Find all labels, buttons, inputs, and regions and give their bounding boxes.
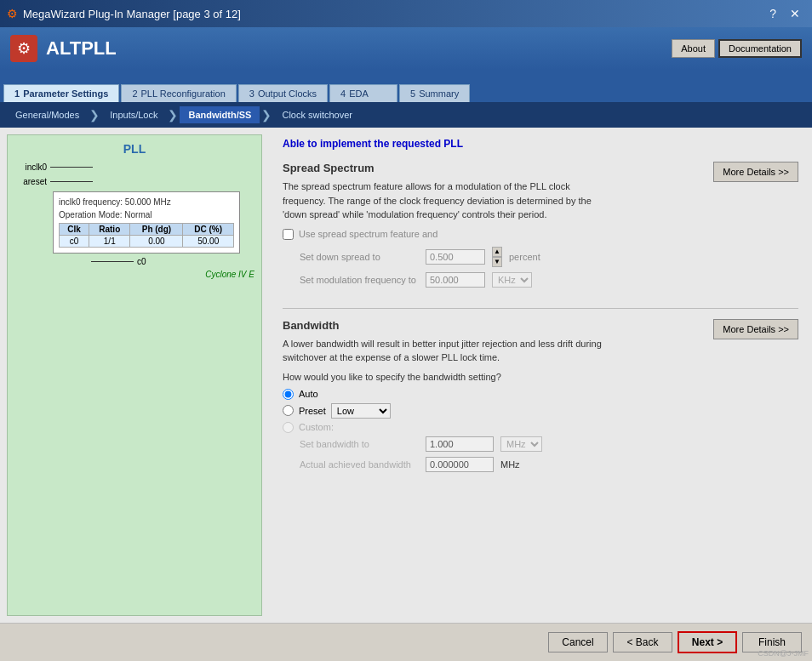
tab-pll-reconfig[interactable]: 2 PLL Reconfiguration xyxy=(121,84,236,102)
cell-ph: 0.00 xyxy=(130,236,183,248)
footer: Cancel < Back Next > Finish xyxy=(0,623,812,661)
crumb-general-modes[interactable]: General/Modes xyxy=(7,106,88,123)
tab-parameter-settings[interactable]: 1 Parameter Settings xyxy=(3,84,119,102)
bandwidth-more-details-btn[interactable]: More Details >> xyxy=(713,319,798,339)
col-clk: Clk xyxy=(60,224,89,236)
crumb-inputs-lock[interactable]: Inputs/Lock xyxy=(101,106,166,123)
window-title: MegaWizard Plug-In Manager [page 3 of 12… xyxy=(23,8,241,20)
down-spread-input[interactable] xyxy=(426,249,485,265)
bandwidth-details-area: More Details >> xyxy=(713,319,798,339)
cell-ratio: 1/1 xyxy=(89,236,130,248)
mod-freq-row: Set modulation frequency to KHz xyxy=(283,272,700,288)
freq-line: inclk0 frequency: 50.000 MHz xyxy=(59,197,234,207)
radio-auto[interactable] xyxy=(283,389,294,400)
spread-spectrum-row: Spread Spectrum The spread spectrum feat… xyxy=(283,162,798,293)
cancel-button[interactable]: Cancel xyxy=(548,632,608,652)
tab3-label: Output Clocks xyxy=(258,88,317,99)
cell-clk: c0 xyxy=(60,236,89,248)
spread-spectrum-checkbox[interactable] xyxy=(283,229,294,240)
tab-summary[interactable]: 5 Summary xyxy=(399,84,470,102)
set-bandwidth-input[interactable] xyxy=(426,436,494,452)
bandwidth-desc: A lower bandwidth will result in better … xyxy=(283,337,606,365)
radio-custom[interactable] xyxy=(283,422,294,433)
chip-label: Cyclone IV E xyxy=(14,270,254,279)
logo-text: ALTPLL xyxy=(46,37,117,60)
back-button[interactable]: < Back xyxy=(613,632,672,652)
crumb-arrow-2: ❯ xyxy=(168,108,178,122)
mod-freq-label: Set modulation frequency to xyxy=(300,275,419,285)
logo-icon xyxy=(10,35,37,62)
down-spread-up[interactable]: ▲ xyxy=(492,247,502,257)
right-panel: Able to implement the requested PLL Spre… xyxy=(269,128,812,623)
spread-spectrum-more-details-btn[interactable]: More Details >> xyxy=(713,162,798,182)
set-bandwidth-label: Set bandwidth to xyxy=(300,439,419,449)
about-button[interactable]: About xyxy=(672,39,715,58)
spread-spectrum-content: Spread Spectrum The spread spectrum feat… xyxy=(283,162,700,293)
crumb-arrow-3: ❯ xyxy=(261,108,272,122)
mode-line: Operation Mode: Normal xyxy=(59,210,234,219)
crumb-arrow-1: ❯ xyxy=(89,108,100,122)
table-row: c0 1/1 0.00 50.00 xyxy=(60,236,234,248)
spread-spectrum-title: Spread Spectrum xyxy=(283,162,700,174)
areset-label: areset xyxy=(14,177,47,186)
main-content: PLL inclk0 areset inclk0 frequency: 50.0… xyxy=(0,128,812,623)
tab1-label: Parameter Settings xyxy=(23,88,108,99)
close-button[interactable]: ✕ xyxy=(785,5,805,22)
bandwidth-content: Bandwidth A lower bandwidth will result … xyxy=(283,319,700,477)
radio-auto-label: Auto xyxy=(299,389,318,399)
spread-spectrum-checkbox-row: Use spread spectrum feature and xyxy=(283,229,700,240)
crumb-bandwidth-ss[interactable]: Bandwidth/SS xyxy=(180,106,260,123)
down-spread-unit: percent xyxy=(509,252,540,262)
tab1-num: 1 xyxy=(14,88,20,99)
preset-select[interactable]: Low xyxy=(331,403,391,419)
spread-spectrum-section: Spread Spectrum The spread spectrum feat… xyxy=(283,162,798,293)
watermark: CSDN@J-JMF xyxy=(758,649,809,658)
bandwidth-specify-label: How would you like to specify the bandwi… xyxy=(283,372,700,382)
next-button[interactable]: Next > xyxy=(678,631,737,653)
areset-line xyxy=(50,181,93,182)
tab-output-clocks[interactable]: 3 Output Clocks xyxy=(238,84,328,102)
radio-preset-row: Preset Low xyxy=(283,403,700,419)
down-spread-row: Set down spread to ▲ ▼ percent xyxy=(283,247,700,267)
help-button[interactable]: ? xyxy=(764,5,781,22)
crumb-clock-switchover[interactable]: Clock switchover xyxy=(273,106,361,123)
documentation-button[interactable]: Documentation xyxy=(718,39,802,58)
tab4-num: 4 xyxy=(340,88,346,99)
tab5-num: 5 xyxy=(410,88,415,99)
radio-auto-row: Auto xyxy=(283,389,700,400)
actual-bandwidth-row: Actual achieved bandwidth MHz xyxy=(283,457,700,472)
spread-spectrum-checkbox-label: Use spread spectrum feature and xyxy=(299,229,437,239)
app-icon: ⚙ xyxy=(7,7,18,20)
actual-bandwidth-unit: MHz xyxy=(500,459,520,470)
pll-info-box: inclk0 frequency: 50.000 MHz Operation M… xyxy=(53,191,240,254)
breadcrumb: General/Modes ❯ Inputs/Lock ❯ Bandwidth/… xyxy=(0,102,812,128)
set-bandwidth-unit-select[interactable]: MHz xyxy=(500,436,542,452)
divider-1 xyxy=(283,308,798,309)
status-text: Able to implement the requested PLL xyxy=(283,138,798,150)
header: ALTPLL About Documentation xyxy=(0,27,812,70)
col-dc: DC (%) xyxy=(183,224,234,236)
title-bar-left: ⚙ MegaWizard Plug-In Manager [page 3 of … xyxy=(7,7,241,20)
tabs-row: 1 Parameter Settings 2 PLL Reconfigurati… xyxy=(0,70,812,102)
tab-eda[interactable]: 4 EDA xyxy=(329,84,397,102)
left-panel: PLL inclk0 areset inclk0 frequency: 50.0… xyxy=(7,134,262,616)
tab2-label: PLL Reconfiguration xyxy=(141,88,226,99)
set-bandwidth-row: Set bandwidth to MHz xyxy=(283,436,700,452)
tab2-num: 2 xyxy=(132,88,137,99)
inclk0-line xyxy=(50,167,93,168)
inclk0-label: inclk0 xyxy=(14,162,47,172)
down-spread-label: Set down spread to xyxy=(300,252,419,262)
c0-output-line xyxy=(91,261,134,262)
col-ratio: Ratio xyxy=(89,224,130,236)
tab3-num: 3 xyxy=(249,88,254,99)
mod-freq-unit-select[interactable]: KHz xyxy=(492,272,532,288)
radio-custom-row: Custom: xyxy=(283,422,700,433)
down-spread-down[interactable]: ▼ xyxy=(492,257,502,267)
tab4-label: EDA xyxy=(349,88,369,99)
spread-spectrum-desc: The spread spectrum feature allows for a… xyxy=(283,179,606,222)
mod-freq-input[interactable] xyxy=(426,272,485,288)
down-spread-spinner: ▲ ▼ xyxy=(492,247,502,267)
pll-table: Clk Ratio Ph (dg) DC (%) c0 1/1 0.00 50.… xyxy=(59,223,234,248)
radio-preset[interactable] xyxy=(283,405,294,416)
cell-dc: 50.00 xyxy=(183,236,234,248)
